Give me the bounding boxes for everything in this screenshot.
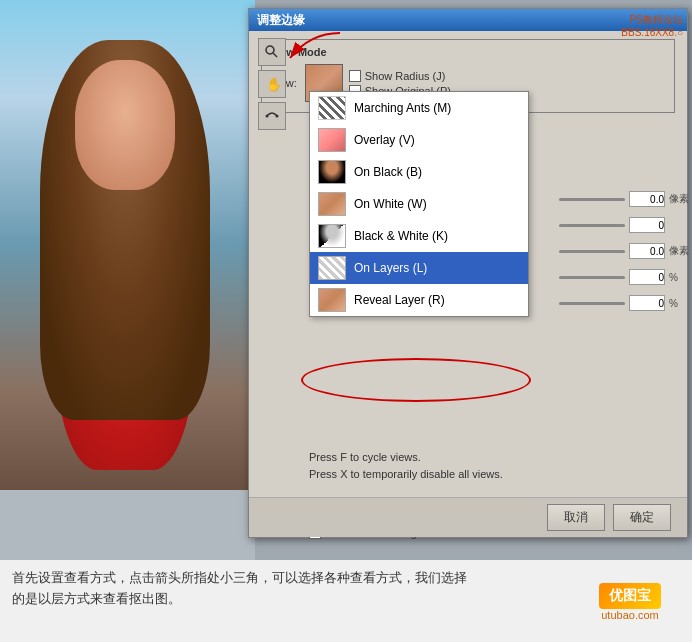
- adjust-edge-dialog: PS教程论坛 BBS.16XX8.○ 调整边缘 View Mode View:: [248, 8, 688, 538]
- menu-thumb-overlay: [318, 128, 346, 152]
- shift-edge-unit: %: [669, 298, 689, 309]
- smooth-input[interactable]: [629, 217, 665, 233]
- hand-icon: ✋: [264, 76, 280, 92]
- feather-unit: 像素: [669, 244, 689, 258]
- menu-thumb-reveal: [318, 288, 346, 312]
- ok-button[interactable]: 确定: [613, 504, 671, 531]
- show-radius-checkbox[interactable]: [349, 70, 361, 82]
- menu-thumb-marching: [318, 96, 346, 120]
- contrast-unit: %: [669, 272, 689, 283]
- menu-label-black-white: Black & White (K): [354, 229, 448, 243]
- menu-item-on-black[interactable]: On Black (B): [310, 156, 528, 188]
- menu-item-marching-ants[interactable]: Marching Ants (M): [310, 92, 528, 124]
- menu-label-on-black: On Black (B): [354, 165, 422, 179]
- contrast-slider[interactable]: [559, 276, 625, 279]
- menu-thumb-bw: [318, 224, 346, 248]
- hint-section: Press F to cycle views. Press X to tempo…: [309, 449, 503, 482]
- contrast-input[interactable]: [629, 269, 665, 285]
- contrast-row: %: [559, 269, 689, 285]
- red-arrow: [270, 28, 350, 68]
- hand-tool-button[interactable]: ✋: [258, 70, 286, 98]
- menu-label-on-layers: On Layers (L): [354, 261, 427, 275]
- view-dropdown-menu: Marching Ants (M) Overlay (V) On Black (…: [309, 91, 529, 317]
- radius-slider[interactable]: [559, 198, 625, 201]
- edge-icon: [264, 108, 280, 124]
- smooth-row: [559, 217, 689, 233]
- menu-label-on-white: On White (W): [354, 197, 427, 211]
- svg-text:✋: ✋: [266, 76, 280, 92]
- menu-item-black-white[interactable]: Black & White (K): [310, 220, 528, 252]
- radius-row: 像素: [559, 191, 689, 207]
- menu-label-marching-ants: Marching Ants (M): [354, 101, 451, 115]
- button-row: 取消 确定: [249, 497, 687, 537]
- hint-line1: Press F to cycle views.: [309, 449, 503, 466]
- menu-thumb-onblack: [318, 160, 346, 184]
- hint-line2: Press X to temporarily disable all views…: [309, 466, 503, 483]
- cancel-button[interactable]: 取消: [547, 504, 605, 531]
- shift-edge-row: %: [559, 295, 689, 311]
- photo-background: [0, 0, 255, 490]
- dialog-title: 调整边缘: [257, 12, 305, 29]
- menu-item-reveal-layer[interactable]: Reveal Layer (R): [310, 284, 528, 316]
- logo-sub: utubao.com: [601, 609, 658, 621]
- menu-thumb-onlayers: [318, 256, 346, 280]
- radius-input[interactable]: [629, 191, 665, 207]
- show-radius-label: Show Radius (J): [365, 70, 446, 82]
- on-layers-highlight: [301, 358, 531, 402]
- menu-label-reveal-layer: Reveal Layer (R): [354, 293, 445, 307]
- svg-point-3: [266, 115, 269, 118]
- shift-edge-slider[interactable]: [559, 302, 625, 305]
- menu-item-on-layers[interactable]: On Layers (L): [310, 252, 528, 284]
- utubao-logo: 优图宝 utubao.com: [580, 572, 680, 632]
- sliders-area: 像素 像素 % %: [559, 191, 689, 321]
- menu-thumb-onwhite: [318, 192, 346, 216]
- shift-edge-input[interactable]: [629, 295, 665, 311]
- feather-slider[interactable]: [559, 250, 625, 253]
- show-radius-row[interactable]: Show Radius (J): [349, 70, 451, 82]
- edge-tool-button[interactable]: [258, 102, 286, 130]
- face-figure: [75, 60, 175, 190]
- menu-item-on-white[interactable]: On White (W): [310, 188, 528, 220]
- menu-label-overlay: Overlay (V): [354, 133, 415, 147]
- logo-text: 优图宝: [599, 583, 661, 609]
- smooth-slider[interactable]: [559, 224, 625, 227]
- svg-point-4: [276, 115, 279, 118]
- radius-unit: 像素: [669, 192, 689, 206]
- feather-input[interactable]: [629, 243, 665, 259]
- feather-row: 像素: [559, 243, 689, 259]
- menu-item-overlay[interactable]: Overlay (V): [310, 124, 528, 156]
